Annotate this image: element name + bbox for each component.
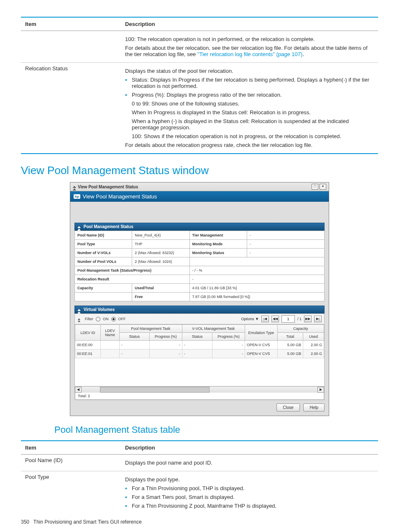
col-status[interactable]: Status: [182, 333, 212, 341]
val: - / - %: [189, 266, 324, 275]
relocation-table: Item Description 100: The relocation ope…: [21, 17, 378, 154]
scroll-right-icon[interactable]: ▶: [317, 387, 324, 393]
page-first-icon[interactable]: |◀: [261, 316, 269, 322]
cell: OPEN-V CVS: [245, 341, 277, 350]
help-button[interactable]: Help: [303, 403, 325, 411]
lbl: Capacity: [75, 284, 132, 293]
item-cell: Pool Type: [21, 471, 121, 514]
scroll-left-icon[interactable]: ◀: [75, 387, 82, 393]
p: 100: Shows if the relocation operation i…: [132, 133, 374, 139]
virtual-volumes-header[interactable]: Virtual Volumes: [74, 306, 325, 314]
p: 100: The relocation operation is not in …: [125, 36, 374, 42]
h1-view-pool: View Pool Management Status window: [21, 164, 378, 177]
lbl: Pool Management Task (Status/Progress): [75, 266, 190, 275]
col-status[interactable]: Status: [119, 333, 149, 341]
h2-pool-status-table: Pool Management Status table: [54, 424, 378, 435]
cell: -: [119, 341, 149, 350]
horizontal-scrollbar[interactable]: ◀ ▶: [75, 386, 324, 393]
cell: 2.00 G: [303, 341, 324, 350]
cell: -: [149, 350, 182, 358]
col-ldevname[interactable]: LDEV Name: [101, 325, 119, 341]
item-relocation-status: Relocation Status: [21, 63, 121, 154]
val: -: [189, 275, 324, 284]
val: 2 (Max Allowed: 1024): [132, 257, 189, 266]
cell: -: [119, 350, 149, 358]
li: For a Smart Tiers pool, Smart is display…: [125, 494, 374, 500]
col-emul[interactable]: Emulation Type: [245, 325, 277, 341]
val: THP: [132, 240, 189, 249]
footer-text: Thin Provisioning and Smart Tiers GUI re…: [33, 519, 142, 525]
col-cap[interactable]: Capacity: [277, 325, 324, 333]
cell: -: [212, 350, 245, 358]
on-label: ON: [103, 317, 109, 321]
header-title: View Pool Management Status: [83, 193, 157, 200]
item-cell: Pool Name (ID): [21, 455, 121, 471]
hp-logo-icon: hp: [74, 194, 80, 199]
col-progress[interactable]: Progress (%): [212, 333, 245, 341]
cell: 00:EE:00: [75, 341, 101, 350]
filter-off-radio[interactable]: [111, 317, 116, 321]
cell: 5.00 GB: [277, 350, 303, 358]
options-dropdown[interactable]: Options ▼: [241, 317, 259, 321]
pool-status-header[interactable]: Pool Management Status: [74, 223, 325, 231]
filter-label: Filter: [85, 317, 93, 321]
p: When a hyphen (-) is displayed in the St…: [132, 118, 374, 131]
chevron-up-icon: [77, 309, 81, 311]
li: Progress (%): Displays the progress rati…: [125, 92, 374, 98]
col-desc: Description: [121, 17, 378, 31]
cell: [101, 350, 119, 358]
page-footer: 350 Thin Provisioning and Smart Tiers GU…: [21, 519, 378, 525]
col-item: Item: [21, 441, 121, 455]
col-ldevid[interactable]: LDEV ID: [75, 325, 101, 341]
cell: -: [212, 341, 245, 350]
cell: 00:EE:01: [75, 350, 101, 358]
page-next-icon[interactable]: ▶▶: [304, 316, 312, 322]
desc-relocation-status: Displays the status of the pool tier rel…: [121, 63, 378, 154]
filter-row: Filter ON OFF Options ▼ |◀ ◀◀ / 1 ▶▶ ▶|: [74, 314, 325, 324]
val: -: [247, 231, 324, 240]
val: -: [247, 249, 324, 257]
link-tier-log[interactable]: "Tier relocation log file contents" (pag…: [197, 51, 303, 57]
col-total[interactable]: Total: [277, 333, 303, 341]
val: 7.87 GB (0.00 MB formatted [0 %]): [189, 293, 324, 301]
bullet-list: Status: Displays In Progress if the tier…: [125, 77, 374, 98]
lbl: Monitoring Status: [189, 249, 247, 257]
close-button[interactable]: Close: [276, 403, 300, 411]
scroll-thumb[interactable]: [100, 387, 210, 393]
lbl: Monitoring Mode: [189, 240, 247, 249]
window-title: View Pool Management Status: [78, 185, 138, 189]
page-prev-icon[interactable]: ◀◀: [271, 316, 279, 322]
filter-on-radio[interactable]: [96, 317, 100, 321]
screenshot-window: View Pool Management Status □ × hp View …: [70, 182, 329, 416]
desc-cell: Displays the pool name and pool ID.: [121, 455, 378, 471]
cell: [101, 341, 119, 350]
table-row[interactable]: 00:EE:01----OPEN-V CVS5.00 GB2.00 G: [75, 350, 324, 358]
empty-cell: [21, 31, 121, 63]
col-vvt[interactable]: V-VOL Management Task: [182, 325, 245, 333]
cell: -: [182, 350, 212, 358]
window-titlebar: View Pool Management Status □ ×: [70, 182, 329, 191]
col-used[interactable]: Used: [303, 333, 324, 341]
page-last-icon[interactable]: ▶|: [314, 316, 322, 322]
col-progress[interactable]: Progress (%): [149, 333, 182, 341]
chevron-up-icon: [77, 226, 81, 228]
cell: OPEN-V CVS: [245, 350, 277, 358]
val: New_Pool_4(4): [132, 231, 189, 240]
lbl: Pool Type: [75, 240, 132, 249]
val: 4.01 GB / 11.89 GB [33 %]: [189, 284, 324, 293]
page-input[interactable]: [281, 315, 295, 323]
cell: 5.00 GB: [277, 341, 303, 350]
header-bar: hp View Pool Management Status: [70, 191, 329, 202]
lbl: Relocation Result: [75, 275, 190, 284]
total-line: Total: 2: [75, 393, 324, 400]
restore-icon[interactable]: □: [312, 184, 318, 190]
li: For a Thin Provisioning pool, THP is dis…: [125, 485, 374, 491]
desc-cell: 100: The relocation operation is not in …: [121, 31, 378, 63]
p: Displays the status of the pool tier rel…: [125, 68, 374, 74]
p: For details about the tier relocation, s…: [125, 45, 374, 57]
collapse-icon[interactable]: [73, 186, 76, 188]
li: For a Thin Provisioning Z pool, Mainfram…: [125, 503, 374, 509]
close-icon[interactable]: ×: [320, 184, 326, 190]
col-pmt[interactable]: Pool Management Task: [119, 325, 182, 333]
table-row[interactable]: 00:EE:00----OPEN-V CVS5.00 GB2.00 G: [75, 341, 324, 350]
